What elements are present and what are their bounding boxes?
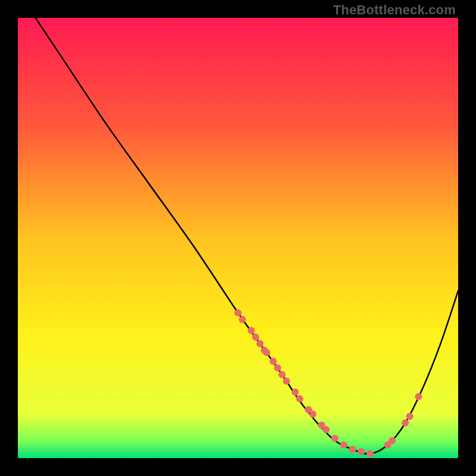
scatter-dot: [389, 437, 396, 444]
scatter-dot: [322, 426, 330, 433]
scatter-dot: [292, 389, 299, 396]
scatter-dot: [274, 364, 281, 371]
chart-frame: [18, 18, 458, 458]
scatter-dot: [309, 411, 317, 418]
scatter-dot: [331, 435, 339, 442]
scatter-dot: [415, 393, 422, 400]
scatter-dot: [239, 316, 246, 323]
scatter-dot: [270, 358, 277, 365]
scatter-dot: [252, 334, 259, 341]
scatter-dot: [278, 371, 286, 378]
bottleneck-chart: [18, 18, 458, 458]
gradient-background: [18, 18, 458, 458]
scatter-dot: [340, 441, 347, 449]
scatter-dot: [349, 446, 356, 453]
scatter-dot: [283, 378, 290, 385]
scatter-dot: [234, 309, 242, 317]
scatter-dot: [358, 448, 365, 455]
scatter-dot: [263, 349, 270, 356]
watermark-text: TheBottleneck.com: [333, 2, 456, 18]
scatter-dot: [296, 395, 303, 402]
scatter-dot: [406, 413, 414, 420]
scatter-dot: [248, 327, 255, 334]
scatter-dot: [402, 419, 409, 427]
scatter-dot: [367, 450, 374, 458]
scatter-dot: [256, 340, 264, 347]
